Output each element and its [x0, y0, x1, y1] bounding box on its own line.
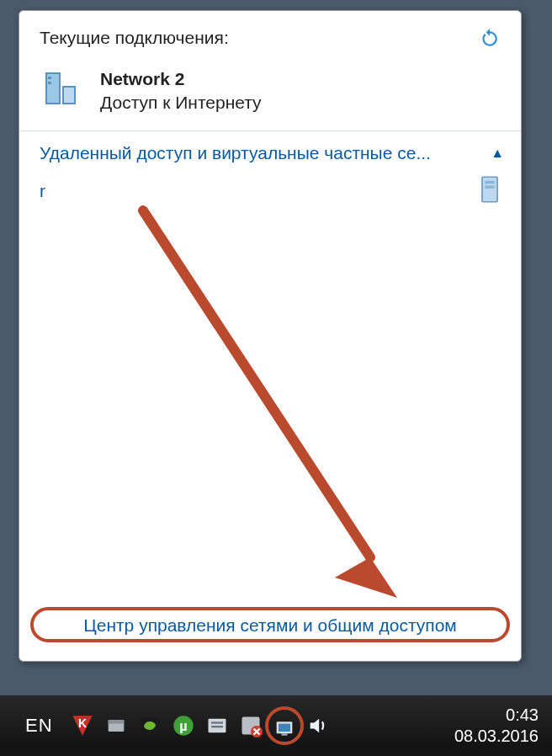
- vpn-section-header[interactable]: Удаленный доступ и виртуальные частные с…: [19, 131, 521, 167]
- app-tray-icon[interactable]: [203, 711, 231, 740]
- connection-status: Доступ к Интернету: [100, 91, 262, 114]
- popup-title: Текущие подключения:: [40, 28, 229, 48]
- utorrent-icon[interactable]: µ: [169, 711, 198, 740]
- svg-rect-22: [279, 724, 290, 732]
- svg-text:K: K: [78, 716, 87, 730]
- vpn-item-label: r: [40, 181, 45, 201]
- svg-rect-18: [211, 726, 223, 727]
- dropbox-icon[interactable]: [102, 711, 130, 740]
- svg-text:µ: µ: [179, 718, 187, 733]
- svg-rect-6: [485, 185, 494, 188]
- volume-icon[interactable]: [304, 711, 332, 740]
- network-tray-icon[interactable]: [270, 711, 299, 740]
- kaspersky-icon[interactable]: K: [68, 711, 97, 740]
- svg-rect-4: [482, 177, 497, 201]
- language-indicator[interactable]: EN: [0, 715, 68, 737]
- network-icon: [40, 68, 85, 114]
- svg-rect-2: [48, 77, 51, 79]
- empty-area: [19, 213, 521, 605]
- current-connection[interactable]: Network 2 Доступ к Интернету: [19, 61, 521, 130]
- server-icon: [479, 175, 501, 208]
- warning-tray-icon[interactable]: [236, 711, 265, 740]
- vpn-section-title: Удаленный доступ и виртуальные частные с…: [40, 143, 431, 163]
- svg-rect-3: [48, 82, 51, 84]
- system-tray: K µ: [68, 711, 332, 740]
- clock-time: 0:43: [454, 705, 539, 726]
- clock-date: 08.03.2016: [454, 726, 539, 747]
- vpn-item[interactable]: r: [19, 167, 521, 213]
- taskbar-clock[interactable]: 0:43 08.03.2016: [454, 705, 552, 747]
- svg-rect-5: [485, 180, 494, 183]
- network-flyout-panel: Текущие подключения: Network 2 Доступ к …: [19, 10, 522, 662]
- refresh-icon[interactable]: [479, 28, 501, 52]
- network-sharing-center-link[interactable]: Центр управления сетями и общим доступом: [75, 614, 465, 637]
- chevron-up-icon[interactable]: ▲: [484, 146, 504, 161]
- svg-rect-1: [63, 87, 75, 104]
- svg-rect-12: [108, 720, 124, 724]
- nvidia-icon[interactable]: [135, 711, 164, 740]
- connection-name: Network 2: [100, 67, 262, 91]
- svg-rect-23: [281, 733, 287, 735]
- taskbar: EN K µ 0:43 08.03.2016: [0, 695, 552, 756]
- svg-rect-17: [211, 721, 223, 723]
